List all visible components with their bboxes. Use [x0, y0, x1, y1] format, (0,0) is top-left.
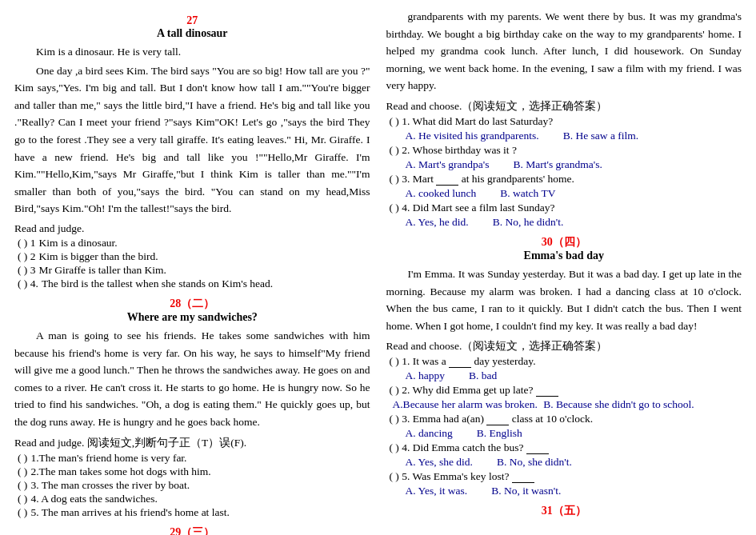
q30-3-stem: ( ) 3. Emma had a(an) class at 10 o'cloc… [386, 413, 742, 425]
left-column: 27 A tall dinosaur Kim is a dinosaur. He… [14, 8, 370, 535]
q30-3-choices: A. dancing B. English [386, 427, 742, 440]
section-29-q-instruction: Read and choose.（阅读短文，选择正确答案） [386, 99, 742, 114]
q30-1-choices: A. happy B. bad [386, 369, 742, 382]
right-column: grandparents with my parents. We went th… [386, 8, 742, 535]
page-container: 27 A tall dinosaur Kim is a dinosaur. He… [14, 8, 742, 535]
q29-2-choices: A. Mart's grandpa's B. Mart's grandma's. [386, 158, 742, 171]
section-31-number: 31（五） [386, 504, 742, 518]
q29-4-choices: A. Yes, he did. B. No, he didn't. [386, 216, 742, 229]
section-28-instruction: Read and judge. 阅读短文,判断句子正（T）误(F). [14, 436, 370, 450]
section-27-passage: Kim is a dinosaur. He is very tall. One … [14, 43, 370, 218]
judge-28-item-3: ( ) 3. The man crosses the river by boat… [14, 479, 370, 492]
section-30-number: 30（四） [386, 235, 742, 250]
section-30-q-instruction: Read and choose.（阅读短文，选择正确答案） [386, 339, 742, 353]
q30-4-stem: ( ) 4. Did Emma catch the bus? [386, 441, 742, 454]
judge-item-4: ( ) 4. The bird is the tallest when she … [14, 277, 370, 290]
section-27-instruction: Read and judge. [14, 222, 370, 235]
q30-1-stem: ( ) 1. It was a day yesterday. [386, 355, 742, 368]
section-27: 27 A tall dinosaur Kim is a dinosaur. He… [14, 14, 370, 290]
judge-28-item-5: ( ) 5. The man arrives at his friend's h… [14, 506, 370, 519]
section-30-passage: I'm Emma. It was Sunday yesterday. But i… [386, 266, 742, 334]
section-28: 28（二） Where are my sandwiches? A man is … [14, 297, 370, 519]
q30-4-choices: A. Yes, she did. B. No, she didn't. [386, 456, 742, 469]
q29-4-stem: ( ) 4. Did Mart see a film last Sunday? [386, 202, 742, 214]
judge-item-2: ( ) 2 Kim is bigger than the bird. [14, 250, 370, 263]
q29-1-choices: A. He visited his grandparents. B. He sa… [386, 130, 742, 142]
judge-28-item-2: ( ) 2.The man takes some hot dogs with h… [14, 465, 370, 478]
q29-3-stem: ( ) 3. Mart at his grandparents' home. [386, 173, 742, 186]
judge-item-1: ( ) 1 Kim is a dinosaur. [14, 237, 370, 250]
section-29-passage-right: grandparents with my parents. We went th… [386, 8, 742, 94]
section-28-number: 28（二） [14, 297, 370, 311]
q29-3-choices: A. cooked lunch B. watch TV [386, 187, 742, 200]
section-30: 30（四） Emma's bad day I'm Emma. It was Su… [386, 235, 742, 497]
section-27-title: A tall dinosaur [14, 27, 370, 40]
q30-5-choices: A. Yes, it was. B. No, it wasn't. [386, 485, 742, 497]
judge-28-item-4: ( ) 4. A dog eats the sandwiches. [14, 493, 370, 505]
section-31: 31（五） [386, 504, 742, 518]
section-29-questions: Read and choose.（阅读短文，选择正确答案） ( ) 1. Wha… [386, 99, 742, 229]
section-29: 29（三） Mart's weekend I'm Mart. I was bus… [14, 525, 370, 536]
q30-5-stem: ( ) 5. Was Emma's key lost? [386, 470, 742, 483]
section-29-number: 29（三） [14, 525, 370, 536]
section-28-title: Where are my sandwiches? [14, 311, 370, 324]
q29-2-stem: ( ) 2. Whose birthday was it ? [386, 144, 742, 157]
judge-28-item-1: ( ) 1.The man's friend home is very far. [14, 452, 370, 465]
section-28-passage: A man is going to see his friends. He ta… [14, 327, 370, 431]
judge-item-3: ( ) 3 Mr Giraffe is taller than Kim. [14, 264, 370, 277]
section-30-title: Emma's bad day [386, 250, 742, 262]
section-27-number: 27 [14, 14, 370, 27]
q30-2-stem: ( ) 2. Why did Emma get up late? [386, 384, 742, 397]
q29-1-stem: ( ) 1. What did Mart do last Saturday? [386, 115, 742, 128]
